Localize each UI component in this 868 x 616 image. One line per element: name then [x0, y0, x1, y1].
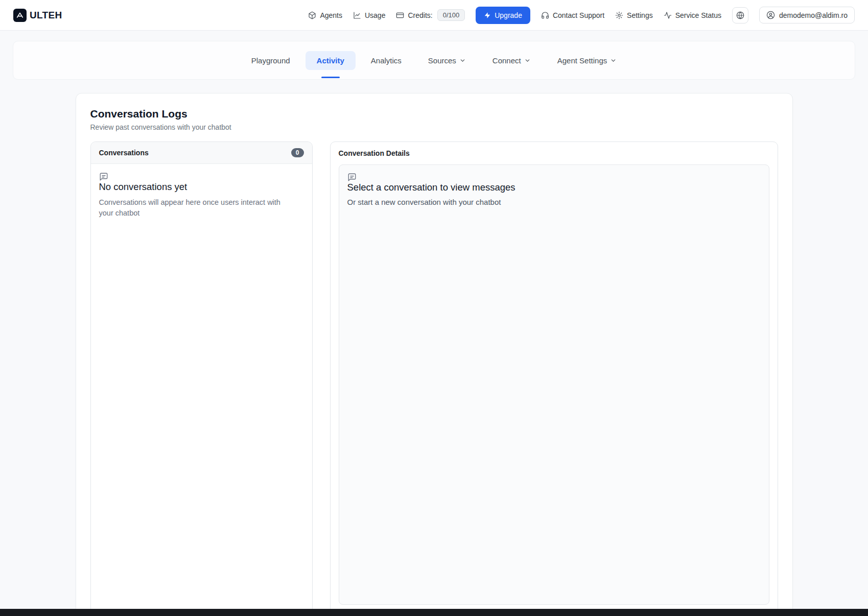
tab-sources[interactable]: Sources: [417, 51, 477, 70]
app-header: ULTEH Agents Usage Credits: 0/100: [0, 0, 868, 31]
brand-logo-icon: [13, 9, 27, 22]
tab-activity[interactable]: Activity: [306, 51, 356, 70]
brand-name: ULTEH: [30, 10, 62, 21]
user-account-menu[interactable]: demodemo@aldim.ro: [759, 7, 855, 23]
agents-nav-item[interactable]: Agents: [308, 11, 342, 19]
chevron-down-icon: [459, 57, 466, 64]
conversations-empty-title: No conversations yet: [99, 181, 304, 193]
page-title: Conversation Logs: [90, 108, 778, 120]
tab-analytics-label: Analytics: [371, 56, 402, 65]
page-subtitle: Review past conversations with your chat…: [90, 123, 778, 131]
tab-bar: Playground Activity Analytics Sources Co…: [13, 41, 855, 80]
tab-connect[interactable]: Connect: [481, 51, 542, 70]
conversation-logs-card: Conversation Logs Review past conversati…: [76, 93, 793, 616]
conversations-empty-text: Conversations will appear here once user…: [99, 197, 287, 219]
conversations-empty-state: No conversations yet Conversations will …: [91, 164, 312, 616]
header-nav: Agents Usage Credits: 0/100 Upgrade: [308, 7, 855, 24]
headset-icon: [541, 11, 549, 19]
settings-label: Settings: [627, 11, 653, 19]
conversations-panel-header: Conversations 0: [91, 142, 312, 164]
upgrade-label: Upgrade: [495, 11, 522, 19]
tab-playground[interactable]: Playground: [240, 51, 301, 70]
credits-label: Credits:: [408, 11, 432, 19]
details-empty-title: Select a conversation to view messages: [347, 182, 761, 193]
agents-icon: [308, 11, 316, 19]
message-square-icon: [347, 173, 761, 182]
credits-indicator: Credits: 0/100: [396, 9, 465, 21]
chevron-down-icon: [610, 57, 617, 64]
globe-icon: [736, 11, 744, 19]
contact-support-label: Contact Support: [553, 11, 604, 19]
service-status-label: Service Status: [675, 11, 721, 19]
service-status-nav-item[interactable]: Service Status: [664, 11, 721, 19]
gear-icon: [615, 11, 623, 19]
lightning-bolt-icon: [484, 12, 491, 19]
chevron-down-icon: [524, 57, 531, 64]
panels-row: Conversations 0 No conversations yet Con…: [90, 141, 778, 616]
tab-connect-label: Connect: [492, 56, 521, 65]
tab-analytics[interactable]: Analytics: [360, 51, 413, 70]
credit-card-icon: [396, 11, 404, 19]
conversation-details-panel: Conversation Details Select a conversati…: [330, 141, 778, 616]
conversations-panel: Conversations 0 No conversations yet Con…: [90, 141, 313, 616]
upgrade-button[interactable]: Upgrade: [476, 7, 530, 24]
tab-activity-label: Activity: [317, 56, 344, 65]
usage-chart-icon: [353, 11, 361, 19]
settings-nav-item[interactable]: Settings: [615, 11, 653, 19]
brand[interactable]: ULTEH: [13, 9, 62, 22]
usage-label: Usage: [365, 11, 385, 19]
user-email: demodemo@aldim.ro: [779, 11, 848, 19]
activity-pulse-icon: [664, 11, 672, 19]
details-empty-text: Or start a new conversation with your ch…: [347, 198, 761, 206]
tab-agent-settings[interactable]: Agent Settings: [546, 51, 628, 70]
contact-support-nav-item[interactable]: Contact Support: [541, 11, 604, 19]
tab-sources-label: Sources: [428, 56, 456, 65]
user-avatar-icon: [766, 11, 775, 19]
tab-agent-settings-label: Agent Settings: [557, 56, 607, 65]
language-globe-button[interactable]: [732, 7, 748, 23]
usage-nav-item[interactable]: Usage: [353, 11, 385, 19]
message-square-icon: [99, 172, 304, 181]
credits-value-badge: 0/100: [437, 9, 465, 21]
details-empty-state: Select a conversation to view messages O…: [339, 164, 769, 605]
conversations-panel-title: Conversations: [99, 149, 149, 157]
agents-label: Agents: [320, 11, 342, 19]
page-footer-bar: [0, 609, 868, 616]
conversation-details-title: Conversation Details: [339, 149, 769, 157]
conversations-count-badge: 0: [291, 148, 304, 157]
tab-playground-label: Playground: [251, 56, 290, 65]
